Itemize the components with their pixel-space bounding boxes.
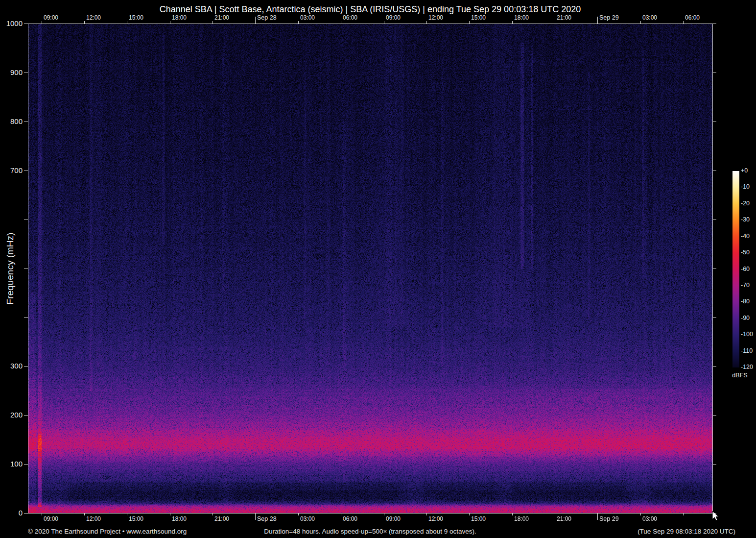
x-tick (341, 21, 341, 24)
colorbar-tick-label: -80 (741, 298, 750, 305)
y-tick (712, 317, 716, 318)
x-axis-label: Sep 28 (257, 516, 277, 522)
x-axis-label: 21:00 (214, 516, 229, 522)
page-title: Channel SBA | Scott Base, Antarctica (se… (160, 4, 581, 15)
y-tick (24, 317, 28, 318)
x-tick (341, 513, 341, 515)
x-axis-label: Sep 29 (599, 15, 619, 21)
y-axis-title: Frequency (mHz) (5, 233, 16, 305)
y-tick (24, 24, 28, 24)
x-axis-label: 03:00 (642, 15, 657, 21)
y-tick (24, 464, 28, 465)
x-tick (426, 513, 427, 515)
x-axis-label: Sep 29 (599, 516, 619, 522)
y-tick (24, 122, 28, 122)
x-tick (298, 513, 299, 515)
x-axis-label: 12:00 (86, 15, 101, 21)
x-tick (127, 513, 127, 515)
x-axis-label: 09:00 (44, 516, 58, 522)
spectrogram-page: Channel SBA | Scott Base, Antarctica (se… (0, 0, 756, 538)
x-axis-label: 15:00 (129, 15, 143, 21)
y-axis-label: 800 (0, 118, 23, 125)
x-axis-label: Sep 28 (257, 15, 277, 21)
y-axis-label: 900 (0, 69, 23, 76)
x-axis-label: 15:00 (471, 516, 486, 522)
y-axis-label: 100 (0, 460, 23, 468)
y-tick (24, 513, 28, 514)
x-axis-label: 18:00 (172, 15, 187, 21)
x-day-tick (597, 17, 598, 24)
x-tick (42, 21, 42, 24)
colorbar-tick-label: +0 (741, 167, 748, 174)
y-tick (24, 171, 28, 171)
colorbar-tick-label: -40 (741, 233, 750, 240)
x-tick (512, 21, 513, 24)
x-tick (555, 21, 555, 24)
x-axis-label: 09:00 (44, 15, 58, 21)
y-tick (712, 122, 716, 122)
x-axis-label: 21:00 (557, 15, 571, 21)
x-axis-label: 06:00 (343, 15, 357, 21)
y-tick (24, 366, 28, 367)
x-axis-label: 03:00 (300, 15, 315, 21)
x-axis-label: 12:00 (86, 516, 101, 522)
x-tick (512, 513, 513, 515)
x-axis-label: 06:00 (685, 15, 700, 21)
x-axis-label: 15:00 (129, 516, 143, 522)
x-axis-label: 12:00 (428, 516, 443, 522)
y-axis-label: 300 (0, 362, 23, 370)
x-tick (84, 513, 85, 515)
x-tick (42, 513, 42, 515)
x-axis-label: 12:00 (428, 15, 443, 21)
x-tick (640, 513, 641, 515)
x-axis-label: 15:00 (471, 15, 486, 21)
x-axis-label: 03:00 (300, 516, 315, 522)
x-tick (683, 21, 684, 24)
y-tick (24, 220, 28, 220)
colorbar-tick-label: -90 (741, 315, 750, 322)
y-tick (24, 415, 28, 416)
x-tick (384, 21, 384, 24)
y-axis-label: 700 (0, 167, 23, 174)
x-tick (127, 21, 127, 24)
x-axis-label: 18:00 (514, 15, 529, 21)
colorbar-tick-label: -110 (741, 347, 753, 355)
duration-text: Duration=48 hours. Audio speed-up=500× (… (264, 528, 476, 535)
colorbar-unit-label: dBFS (729, 372, 751, 379)
x-tick (469, 21, 470, 24)
y-axis-label: 200 (0, 411, 23, 419)
y-axis-label: 1000 (0, 20, 23, 27)
colorbar-tick-label: -30 (741, 216, 750, 223)
colorbar-tick-label: -100 (741, 331, 753, 338)
y-axis-label: 0 (0, 509, 23, 517)
x-tick (384, 513, 384, 515)
spectrogram-canvas (28, 24, 712, 513)
x-tick (426, 21, 427, 24)
y-tick (24, 269, 28, 269)
x-tick (170, 513, 170, 515)
x-day-tick (255, 17, 256, 24)
colorbar-tick-label: -20 (741, 200, 750, 207)
x-tick (213, 21, 213, 24)
colorbar-gradient (732, 171, 739, 367)
x-axis-label: 09:00 (386, 15, 401, 21)
x-day-tick (597, 513, 598, 520)
x-tick (640, 21, 641, 24)
y-tick (712, 171, 716, 171)
end-timestamp-text: (Tue Sep 29 08:03:18 2020 UTC) (638, 528, 735, 535)
x-axis-label: 06:00 (343, 516, 357, 522)
x-tick (213, 513, 213, 515)
y-tick (712, 464, 716, 465)
y-tick (712, 73, 716, 73)
y-tick (712, 24, 716, 24)
mouse-cursor-icon (712, 511, 720, 521)
x-tick (555, 513, 555, 515)
y-tick (24, 73, 28, 73)
x-tick (84, 21, 85, 24)
colorbar-tick-label: -120 (741, 364, 753, 371)
x-tick (469, 513, 470, 515)
x-tick (298, 21, 299, 24)
y-tick (712, 366, 716, 367)
x-axis-label: 21:00 (557, 516, 571, 522)
x-axis-label: 09:00 (386, 516, 401, 522)
